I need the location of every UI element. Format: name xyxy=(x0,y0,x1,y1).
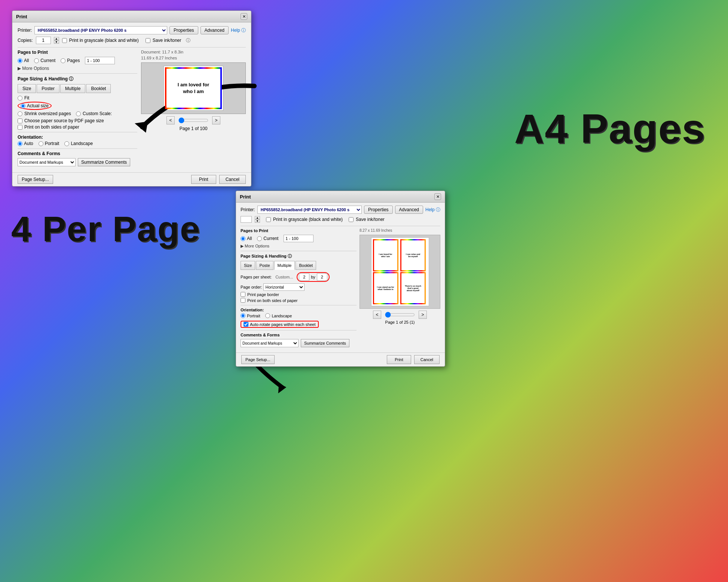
booklet-tab-bot[interactable]: Booklet xyxy=(296,261,316,270)
current-page-option[interactable]: Current xyxy=(34,58,55,63)
orientation-section-bottom: Orientation: Portrait Landscape xyxy=(241,308,357,328)
grayscale-row[interactable]: Print in grayscale (black and white) xyxy=(62,38,139,43)
poster-tab-bot[interactable]: Poste xyxy=(256,261,273,270)
close-button-top[interactable]: ✕ xyxy=(241,13,247,20)
help-link-top[interactable]: Help ⓘ xyxy=(231,27,246,34)
actual-size-radio[interactable] xyxy=(21,104,25,108)
pages-radio[interactable] xyxy=(61,58,65,63)
cancel-btn-top[interactable]: Cancel xyxy=(219,175,246,184)
bottom-two-col: Pages to Print All Current ▶ More Option… xyxy=(241,228,440,349)
choose-paper-checkbox[interactable] xyxy=(18,118,22,123)
page-setup-btn-top[interactable]: Page Setup... xyxy=(18,175,53,184)
custom-scale-radio[interactable] xyxy=(76,111,81,116)
prev-page-top[interactable]: < xyxy=(166,116,175,124)
auto-orient-radio[interactable] xyxy=(18,141,22,146)
printer-select-bottom[interactable]: HP655852.broadband (HP ENVY Photo 6200 s xyxy=(257,206,362,214)
poster-tab[interactable]: Poster xyxy=(37,84,59,93)
preview-card-3: I can stand up forwhat I believe in xyxy=(373,272,398,304)
grayscale-checkbox-bottom[interactable] xyxy=(266,217,271,222)
summarize-btn-bottom[interactable]: Summarize Comments xyxy=(301,339,349,347)
multiple-tab[interactable]: Multiple xyxy=(60,84,85,93)
preview-content-top: I am loved for who I am xyxy=(165,67,222,109)
page-size-info-bottom: 8.27 x 11.69 Inches xyxy=(360,228,440,233)
copies-display-bottom[interactable] xyxy=(241,216,252,223)
print-btn-top[interactable]: Print xyxy=(191,175,216,184)
comments-select-top[interactable]: Document and Markups xyxy=(18,158,76,166)
summarize-btn-top[interactable]: Summarize Comments xyxy=(78,158,130,166)
save-ink-bottom[interactable] xyxy=(349,217,354,222)
prev-page-bottom[interactable]: < xyxy=(373,311,381,319)
properties-button-top[interactable]: Properties xyxy=(169,26,198,34)
both-sides-row-bottom[interactable]: Print on both sides of paper xyxy=(241,298,357,303)
print-dialog-bottom: Print ✕ Printer: HP655852.broadband (HP … xyxy=(236,191,445,367)
page-slider-top[interactable] xyxy=(178,117,208,123)
print-page-border-row[interactable]: Print page border xyxy=(241,292,357,297)
left-panel-top: Pages to Print All Current Pages xyxy=(18,50,137,169)
copies-input-top[interactable] xyxy=(36,37,51,44)
booklet-tab[interactable]: Booklet xyxy=(86,84,111,93)
print-both-sides-row[interactable]: Print on both sides of paper xyxy=(18,124,137,130)
current-option-bottom[interactable]: Current xyxy=(257,236,278,241)
both-sides-label-bottom: Print on both sides of paper xyxy=(247,298,298,303)
size-tab-bot[interactable]: Size xyxy=(241,261,255,270)
portrait-radio[interactable] xyxy=(39,141,43,146)
fit-radio[interactable] xyxy=(18,96,22,101)
more-options-row[interactable]: ▶ More Options xyxy=(18,66,137,71)
copies-down-bottom[interactable]: ▼ xyxy=(255,219,260,223)
more-options-bottom[interactable]: ▶ More Options xyxy=(241,244,357,249)
shrink-radio[interactable] xyxy=(18,111,22,116)
landscape-orient[interactable]: Landscape xyxy=(64,141,93,146)
fit-option[interactable]: Fit xyxy=(18,95,137,101)
copies-down[interactable]: ▼ xyxy=(54,40,59,44)
multiple-tab-bot[interactable]: Multiple xyxy=(274,261,295,270)
comments-select-bottom[interactable]: Document and Markups xyxy=(241,339,299,347)
portrait-orient[interactable]: Portrait xyxy=(39,141,59,146)
both-sides-bot[interactable] xyxy=(241,298,245,303)
cancel-btn-bottom[interactable]: Cancel xyxy=(414,355,440,364)
printer-select[interactable]: HP655852.broadband (HP ENVY Photo 6200 s xyxy=(34,26,167,34)
page-setup-btn-bottom[interactable]: Page Setup... xyxy=(241,355,275,364)
a4-pages-label: A4 Pages xyxy=(514,105,706,152)
landscape-radio[interactable] xyxy=(64,141,69,146)
save-ink-row[interactable]: Save ink/toner xyxy=(146,38,181,43)
auto-rotate-cb[interactable] xyxy=(244,322,248,327)
grayscale-row-bottom[interactable]: Print in grayscale (black and white) xyxy=(266,217,343,222)
all-option-bottom[interactable]: All xyxy=(241,236,252,241)
print-btn-bottom[interactable]: Print xyxy=(387,355,411,364)
preview-text-top: I am loved for who I am xyxy=(178,81,209,95)
pages-range-input[interactable] xyxy=(85,57,115,64)
page-slider-bottom[interactable] xyxy=(385,312,415,318)
all-radio[interactable] xyxy=(18,58,22,63)
print-border-cb[interactable] xyxy=(241,292,245,297)
help-link-bottom[interactable]: Help ⓘ xyxy=(425,207,440,213)
advanced-button-bottom[interactable]: Advanced xyxy=(395,206,423,214)
pages-range-bottom[interactable] xyxy=(284,235,313,242)
close-button-bottom[interactable]: ✕ xyxy=(434,193,441,200)
next-page-bottom[interactable]: > xyxy=(419,311,427,319)
copies-up-bottom[interactable]: ▲ xyxy=(255,216,260,219)
shrink-option[interactable]: Shrink oversized pages Custom Scale: xyxy=(18,111,137,116)
portrait-opt-bottom[interactable]: Portrait xyxy=(241,313,260,318)
page-order-select[interactable]: Horizontal xyxy=(263,283,305,291)
advanced-button-top[interactable]: Advanced xyxy=(201,26,229,34)
pages-y-input[interactable] xyxy=(317,273,327,281)
copies-up[interactable]: ▲ xyxy=(54,37,59,40)
pages-x-input[interactable] xyxy=(299,273,309,281)
grayscale-checkbox[interactable] xyxy=(62,38,67,43)
actual-size-option[interactable]: Actual size xyxy=(18,102,137,110)
landscape-opt-bottom[interactable]: Landscape xyxy=(265,313,292,318)
auto-orient[interactable]: Auto xyxy=(18,141,33,146)
current-radio[interactable] xyxy=(34,58,39,63)
choose-paper-row[interactable]: Choose paper source by PDF page size xyxy=(18,118,137,123)
two-col-layout: Pages to Print All Current Pages xyxy=(18,50,246,169)
page-size-info-top: 11.69 x 8.27 Inches xyxy=(141,56,246,60)
save-ink-row-bottom[interactable]: Save ink/toner xyxy=(349,217,385,222)
size-tab[interactable]: Size xyxy=(18,84,36,93)
pages-option[interactable]: Pages xyxy=(61,58,80,63)
all-pages-option[interactable]: All xyxy=(18,58,29,63)
card2-text: I can relax andbe myself xyxy=(406,253,420,258)
next-page-top[interactable]: > xyxy=(212,116,220,124)
save-ink-checkbox[interactable] xyxy=(146,38,150,43)
properties-button-bottom[interactable]: Properties xyxy=(364,206,393,214)
both-sides-checkbox[interactable] xyxy=(18,125,22,130)
